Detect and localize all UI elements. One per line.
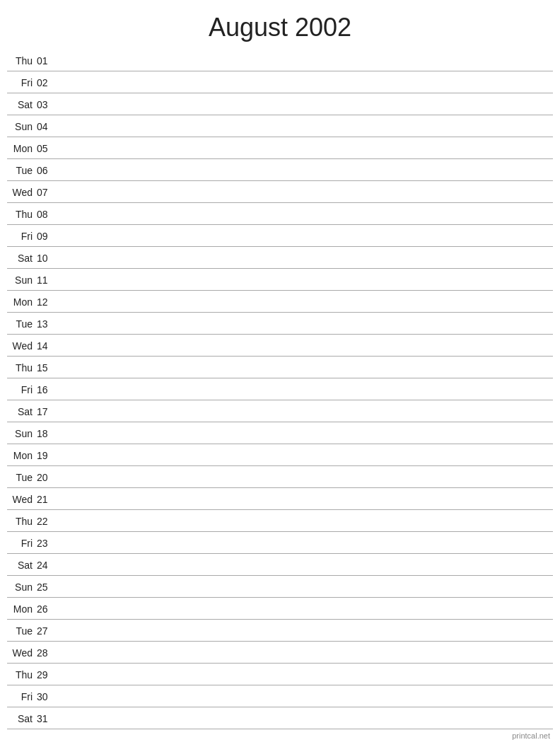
day-number: 27 — [37, 625, 57, 637]
day-name: Wed — [7, 187, 37, 198]
day-row: Thu08 — [7, 203, 553, 225]
day-line — [57, 565, 553, 566]
day-row: Mon26 — [7, 598, 553, 620]
day-line — [57, 61, 553, 62]
day-name: Wed — [7, 494, 37, 505]
day-line — [57, 587, 553, 588]
day-row: Fri09 — [7, 225, 553, 247]
day-name: Fri — [7, 691, 37, 702]
day-number: 07 — [37, 187, 57, 198]
day-name: Sat — [7, 560, 37, 571]
day-line — [57, 149, 553, 149]
day-row: Mon19 — [7, 444, 553, 466]
day-line — [57, 105, 553, 105]
day-number: 30 — [37, 691, 57, 702]
day-number: 14 — [37, 340, 57, 352]
day-name: Sun — [7, 428, 37, 439]
day-line — [57, 653, 553, 654]
day-name: Tue — [7, 472, 37, 483]
day-number: 15 — [37, 362, 57, 374]
day-line — [57, 697, 553, 697]
day-row: Sat24 — [7, 554, 553, 576]
day-number: 06 — [37, 165, 57, 176]
day-row: Fri16 — [7, 378, 553, 400]
day-name: Wed — [7, 647, 37, 659]
day-row: Sun18 — [7, 422, 553, 444]
day-name: Sat — [7, 406, 37, 417]
day-row: Sun04 — [7, 115, 553, 137]
day-row: Wed14 — [7, 335, 553, 357]
day-number: 24 — [37, 560, 57, 571]
day-line — [57, 521, 553, 522]
day-row: Sat10 — [7, 247, 553, 269]
day-name: Mon — [7, 143, 37, 154]
day-number: 19 — [37, 450, 57, 461]
day-name: Sat — [7, 99, 37, 110]
day-line — [57, 368, 553, 369]
day-number: 29 — [37, 669, 57, 681]
day-name: Tue — [7, 625, 37, 637]
day-row: Mon05 — [7, 137, 553, 159]
day-line — [57, 346, 553, 347]
day-row: Sat17 — [7, 400, 553, 422]
day-line — [57, 434, 553, 434]
day-row: Fri23 — [7, 532, 553, 554]
day-number: 20 — [37, 472, 57, 483]
day-line — [57, 280, 553, 281]
day-number: 10 — [37, 253, 57, 264]
day-name: Sat — [7, 713, 37, 724]
day-name: Mon — [7, 603, 37, 615]
day-number: 25 — [37, 581, 57, 593]
day-line — [57, 390, 553, 390]
day-name: Tue — [7, 165, 37, 176]
day-row: Thu22 — [7, 510, 553, 532]
day-number: 03 — [37, 99, 57, 110]
day-line — [57, 258, 553, 259]
day-row: Tue27 — [7, 620, 553, 642]
day-number: 18 — [37, 428, 57, 439]
page-title: August 2002 — [0, 0, 560, 50]
day-row: Sun25 — [7, 576, 553, 598]
day-row: Wed07 — [7, 181, 553, 203]
day-row: Thu15 — [7, 357, 553, 378]
day-name: Sun — [7, 121, 37, 132]
day-name: Thu — [7, 209, 37, 220]
day-number: 11 — [37, 274, 57, 286]
day-number: 01 — [37, 55, 57, 66]
day-number: 31 — [37, 713, 57, 724]
day-row: Sun11 — [7, 269, 553, 291]
day-number: 04 — [37, 121, 57, 132]
day-name: Thu — [7, 55, 37, 66]
day-name: Fri — [7, 538, 37, 549]
day-number: 17 — [37, 406, 57, 417]
day-row: Tue13 — [7, 313, 553, 335]
day-number: 23 — [37, 538, 57, 549]
day-name: Fri — [7, 77, 37, 88]
day-line — [57, 499, 553, 500]
day-name: Wed — [7, 340, 37, 352]
day-row: Thu29 — [7, 664, 553, 685]
day-line — [57, 477, 553, 478]
day-name: Thu — [7, 669, 37, 681]
day-number: 08 — [37, 209, 57, 220]
day-number: 12 — [37, 296, 57, 308]
day-line — [57, 83, 553, 83]
day-line — [57, 609, 553, 610]
day-row: Fri02 — [7, 71, 553, 93]
day-number: 13 — [37, 318, 57, 330]
day-line — [57, 302, 553, 303]
day-line — [57, 412, 553, 412]
day-row: Wed28 — [7, 642, 553, 664]
day-number: 22 — [37, 516, 57, 527]
day-line — [57, 127, 553, 127]
day-line — [57, 675, 553, 676]
day-name: Sun — [7, 581, 37, 593]
day-line — [57, 543, 553, 544]
day-number: 16 — [37, 384, 57, 395]
calendar-grid: Thu01Fri02Sat03Sun04Mon05Tue06Wed07Thu08… — [0, 50, 560, 729]
day-number: 05 — [37, 143, 57, 154]
day-row: Tue20 — [7, 466, 553, 488]
day-line — [57, 456, 553, 456]
day-name: Mon — [7, 296, 37, 308]
day-name: Sat — [7, 253, 37, 264]
